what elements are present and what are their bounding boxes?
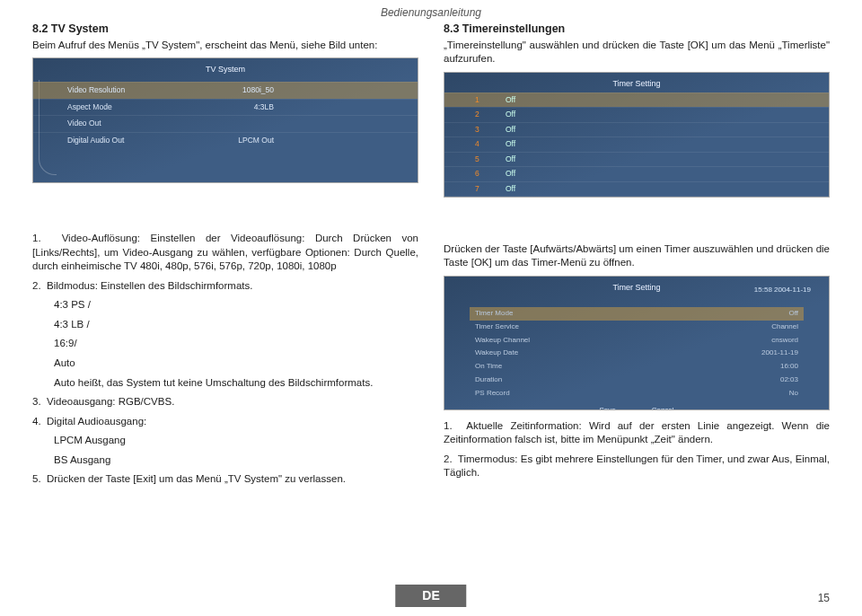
opt-auto-note: Auto heißt, das System tut keine Umschal… [32,376,418,391]
opt-43ps: 4:3 PS / [32,298,418,312]
tm-value: cnsword [771,336,798,346]
shot-title: TV System [206,64,245,75]
row-value: Off [506,139,515,149]
tm-value: Off [788,309,798,319]
tm-value: 2001-11-19 [761,348,798,358]
list-item-4: 4. Digital Audioausgang: [32,415,418,429]
intro-8-2: Beim Aufruf des Menüs „TV System", ersch… [32,39,418,53]
list-item-5: 5. Drücken der Taste [Exit] um das Menü … [32,472,418,487]
list-item-2: 2. Bildmodus: Einstellen des Bildschirmf… [32,279,418,294]
row-value: Off [506,95,515,105]
tm-label: Wakeup Date [475,348,518,358]
content-columns: 8.2 TV System Beim Aufruf des Menüs „TV … [0,0,862,492]
intro-8-3: „Timereinstellung" auswählen und drücken… [444,39,830,66]
footnote-1: 1. Aktuelle Zeitinformation: Wird auf de… [444,419,830,447]
doc-header: Bedienungsanleitung [0,5,862,20]
tm-label: Timer Service [475,322,519,332]
opt-43lb: 4:3 LB / [32,318,418,332]
tm-label: On Time [475,362,502,372]
screenshot-tv-system: TV System Video Resolution1080i_50 Aspec… [32,57,418,183]
left-column: 8.2 TV System Beim Aufruf des Menüs „TV … [32,22,418,492]
tm-label: PS Record [475,389,510,399]
mid-instruction: Drücken der Taste [Aufwärts/Abwärts] um … [444,242,830,270]
tm-label: Duration [475,375,502,385]
row-value: LPCM Out [238,136,274,145]
tm-label: Timer Mode [475,309,513,319]
row-value: Off [506,184,515,194]
clock-label: 15:58 2004-11-19 [754,286,811,295]
right-column: 8.3 Timereinstellungen „Timereinstellung… [444,22,830,492]
row-label: Video Resolution [67,85,125,95]
row-value: 1080i_50 [242,85,274,95]
row-value: Off [506,125,515,135]
section-heading-8-2: 8.2 TV System [32,22,418,37]
section-heading-8-3: 8.3 Timereinstellungen [444,22,830,37]
list-item-3: 3. Videoausgang: RGB/CVBS. [32,395,418,409]
row-num: 1 [475,95,488,105]
opt-lpcm: LPCM Ausgang [32,434,418,448]
row-value: Off [506,110,515,119]
screenshot-timer-list: Timer Setting 1Off 2Off 3Off 4Off 5Off 6… [444,72,830,198]
cancel-button-label: Cancel [652,406,674,410]
row-num: 3 [475,125,488,135]
tm-label: Wakeup Channel [475,336,530,346]
tm-value: Channel [771,322,798,332]
opt-auto: Auto [32,356,418,371]
shot-title: Timer Setting [612,282,660,293]
row-num: 5 [475,154,488,164]
row-label: Video Out [67,119,101,128]
row-value: Off [506,154,515,164]
list-item-1: 1. Video-Auflösung: Einstellen der Video… [32,232,418,274]
tm-value: 02:03 [780,375,798,385]
row-num: 4 [475,139,488,149]
save-button-label: Save [599,406,615,410]
screenshot-timer-menu: Timer Setting 15:58 2004-11-19 Timer Mod… [444,276,830,410]
list-8-2: 1. Video-Auflösung: Einstellen der Video… [32,232,418,486]
row-value: 4:3LB [254,102,274,112]
tm-value: No [789,389,798,399]
opt-bs: BS Ausgang [32,453,418,468]
page-number: 15 [818,591,830,605]
row-num: 2 [475,110,488,119]
shot-title: Timer Setting [612,78,660,89]
opt-169: 16:9/ [32,337,418,351]
tm-value: 16:00 [780,362,798,372]
language-badge: DE [395,585,466,607]
row-num: 6 [475,169,488,179]
row-num: 7 [475,184,488,194]
footnote-2: 2. Timermodus: Es gibt mehrere Einstellu… [444,453,830,480]
page-footer: DE 15 [0,585,862,607]
row-value: Off [506,169,515,179]
row-label: Digital Audio Out [67,136,124,145]
row-label: Aspect Mode [67,102,112,112]
